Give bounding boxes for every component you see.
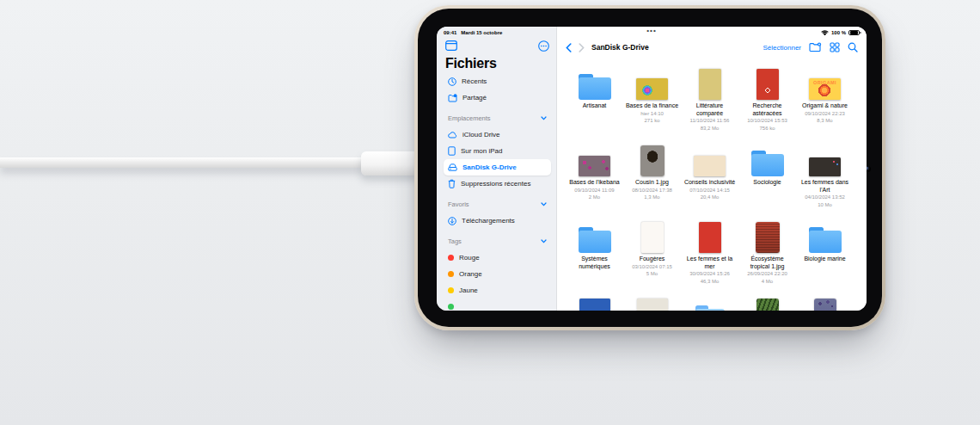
cover-art-text: ZINNIA ELEGANS [756, 71, 779, 80]
clock-icon [448, 77, 456, 86]
file-item[interactable] [623, 295, 681, 311]
file-name: Les femmes dans l'Art [799, 179, 852, 194]
document-thumbnail [579, 156, 610, 176]
multitasking-handle[interactable]: ••• [437, 27, 867, 35]
shared-folder-icon [448, 94, 457, 102]
sidebar-item-tag-partial[interactable] [444, 299, 551, 311]
file-name: Bases de l'ikebana [569, 179, 620, 187]
sidebar-item-tag-rouge[interactable]: Rouge [444, 249, 551, 266]
file-browser-content: SanDisk G-Drive Sélectionner [557, 27, 867, 311]
sidebar-item-sur-mon-ipad[interactable]: Sur mon iPad [444, 143, 551, 159]
document-thumbnail [637, 299, 668, 311]
usb-cable [0, 157, 364, 168]
photo-thumbnail [756, 299, 779, 311]
folder-icon [579, 74, 611, 100]
file-size: 20,4 Mo [701, 194, 720, 201]
file-name: Conseils inclusivité [684, 179, 735, 187]
folder-icon [695, 305, 725, 311]
file-name: Biologie marine [804, 256, 845, 263]
file-date: 30/09/2024 15:26 [689, 271, 730, 278]
file-item[interactable]: Sociologie [738, 142, 796, 219]
file-item[interactable] [738, 295, 796, 311]
file-item[interactable]: Bases de l'ikebana 09/10/2024 11:09 2 Mo [566, 142, 623, 219]
sidebar-section-favoris[interactable]: Favoris [444, 196, 551, 212]
sidebar-item-tag-jaune[interactable]: Jaune [444, 282, 551, 299]
section-label: Emplacements [448, 114, 491, 122]
sidebar-section-emplacements[interactable]: Emplacements [444, 110, 551, 126]
file-name: Origami & nature [802, 102, 848, 110]
sidebar-item-label: Suppressions récentes [461, 180, 530, 188]
sidebar-item-label: Téléchargements [462, 217, 515, 225]
file-date: 10/10/2024 15:53 [747, 118, 787, 125]
sidebar-item-label: Orange [459, 270, 482, 278]
sidebar-item-suppressions-recentes[interactable]: Suppressions récentes [444, 176, 551, 192]
file-item[interactable] [796, 295, 854, 311]
document-thumbnail [699, 69, 721, 100]
file-name: Artisanat [583, 102, 607, 110]
file-size: 8,3 Mo [817, 118, 832, 125]
file-item[interactable]: ZINNIA ELEGANS Recherche astéracées 10/1… [738, 65, 796, 142]
file-name: Bases de la finance [626, 102, 678, 110]
file-size: 271 ko [644, 118, 659, 125]
sidebar-item-tag-orange[interactable]: Orange [444, 266, 551, 282]
document-thumbnail [636, 78, 668, 100]
sidebar-item-shared[interactable]: Partagé [444, 89, 551, 106]
file-date: 08/10/2024 17:38 [632, 188, 672, 194]
tag-dot-green [448, 304, 454, 310]
file-item[interactable]: Artisanat [566, 65, 623, 142]
file-item[interactable] [681, 295, 738, 311]
tag-dot-yellow [448, 287, 454, 293]
file-item[interactable]: Systèmes numériques [566, 219, 623, 295]
sidebar: Fichiers Récents Partagé Emplacements [437, 27, 557, 311]
file-name: Sociologie [753, 179, 781, 187]
sidebar-item-label: Partagé [462, 94, 487, 102]
sidebar-item-telechargements[interactable]: Téléchargements [444, 212, 551, 229]
sidebar-item-sandisk-g-drive[interactable]: SanDisk G-Drive [444, 159, 551, 176]
tag-dot-red [448, 255, 454, 261]
chevron-down-icon [541, 202, 547, 206]
file-item[interactable]: Bases de la finance hier 14:10 271 ko [623, 65, 681, 142]
file-name: Systèmes numériques [568, 256, 622, 270]
file-item[interactable]: Littérature comparée 11/10/2024 11:56 83… [681, 65, 738, 142]
download-icon [448, 217, 456, 225]
file-date: 09/10/2024 22:23 [805, 111, 845, 118]
sidebar-section-tags[interactable]: Tags [444, 233, 551, 249]
ipad-device: 09:41 Mardi 15 octobre 100 % ••• [414, 5, 885, 330]
usb-connector [361, 151, 418, 176]
file-date: hier 14:10 [640, 111, 664, 118]
sidebar-item-label: Sur mon iPad [461, 147, 502, 155]
cloud-icon [448, 132, 457, 139]
file-item[interactable]: Biologie marine [796, 219, 854, 295]
file-item[interactable]: Cousin 1.jpg 08/10/2024 17:38 1,3 Mo [623, 142, 681, 219]
file-item[interactable]: Les femmes et la mer 30/09/2024 15:26 46… [681, 219, 738, 295]
file-item[interactable]: Conseils inclusivité 07/10/2024 14:15 20… [681, 142, 738, 219]
file-size: 5 Mo [646, 271, 658, 278]
file-size: 756 ko [759, 126, 775, 132]
photo-thumbnail [756, 222, 780, 253]
file-date: 07/10/2024 14:15 [689, 188, 730, 194]
document-thumbnail: ORIGAMI [809, 78, 841, 100]
sidebar-item-icloud-drive[interactable]: iCloud Drive [444, 126, 551, 143]
file-size: 10 Mo [818, 202, 832, 209]
document-thumbnail [579, 299, 610, 311]
hide-sidebar-icon[interactable] [445, 40, 457, 51]
file-item[interactable]: ORIGAMI Origami & nature 09/10/2024 22:2… [796, 65, 854, 142]
file-item[interactable] [566, 295, 623, 311]
sidebar-item-recents[interactable]: Récents [444, 73, 551, 89]
file-item[interactable]: Les femmes dans l'Art 04/10/2024 13:52 1… [796, 142, 854, 219]
sidebar-item-label: Jaune [459, 286, 478, 294]
folder-icon [751, 151, 784, 176]
file-item[interactable]: Fougères 03/10/2024 07:15 5 Mo [623, 219, 681, 295]
folder-icon [579, 227, 611, 253]
tag-dot-orange [448, 271, 454, 277]
file-name: Fougères [640, 256, 665, 263]
file-size: 4 Mo [762, 279, 773, 286]
ipad-bezel: 09:41 Mardi 15 octobre 100 % ••• [418, 9, 882, 327]
file-item[interactable]: Écosystème tropical 1.jpg 26/09/2024 22:… [738, 219, 796, 295]
document-thumbnail [809, 157, 841, 176]
file-size: 1,3 Mo [644, 194, 659, 201]
file-name: Cousin 1.jpg [635, 179, 669, 187]
ellipsis-circle-icon[interactable] [538, 40, 549, 52]
file-name: Recherche astéracées [741, 102, 794, 117]
file-size: 2 Mo [589, 194, 600, 201]
